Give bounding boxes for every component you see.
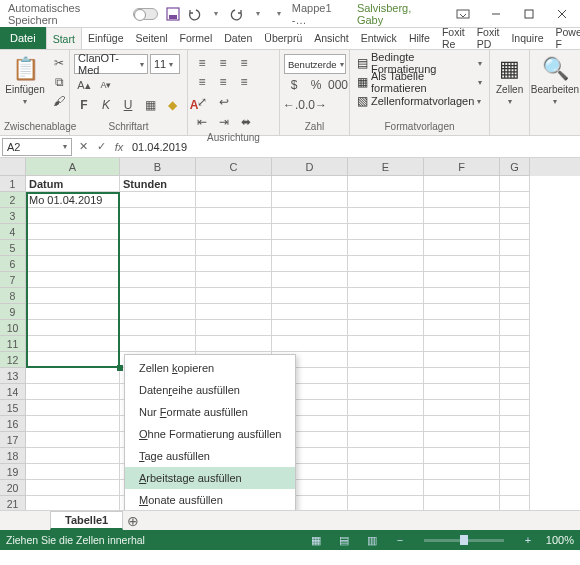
cell[interactable] bbox=[424, 224, 500, 240]
cell[interactable] bbox=[348, 464, 424, 480]
underline-icon[interactable]: U bbox=[118, 96, 138, 114]
row-header[interactable]: 6 bbox=[0, 256, 26, 272]
cell[interactable] bbox=[26, 288, 120, 304]
menu-item[interactable]: Datenreihe ausfüllen bbox=[125, 379, 295, 401]
align-left-icon[interactable]: ≡ bbox=[192, 73, 212, 91]
column-header[interactable]: B bbox=[120, 158, 196, 176]
fx-icon[interactable]: fx bbox=[110, 141, 128, 153]
cell[interactable] bbox=[120, 320, 196, 336]
ribbon-tab-ansicht[interactable]: Ansicht bbox=[308, 27, 354, 49]
align-center-icon[interactable]: ≡ bbox=[213, 73, 233, 91]
cell[interactable] bbox=[424, 256, 500, 272]
cell[interactable] bbox=[272, 288, 348, 304]
fill-color-icon[interactable]: ◆ bbox=[162, 96, 182, 114]
cell[interactable] bbox=[348, 304, 424, 320]
cell[interactable] bbox=[424, 336, 500, 352]
ribbon-tab-power f[interactable]: Power F bbox=[550, 27, 580, 49]
cell[interactable] bbox=[272, 320, 348, 336]
cell[interactable] bbox=[500, 352, 530, 368]
cell[interactable] bbox=[500, 384, 530, 400]
cell[interactable] bbox=[500, 400, 530, 416]
row-header[interactable]: 4 bbox=[0, 224, 26, 240]
cell[interactable] bbox=[26, 224, 120, 240]
ribbon-tab-entwick[interactable]: Entwick bbox=[355, 27, 403, 49]
ribbon-options-icon[interactable] bbox=[449, 0, 478, 28]
autosave-toggle[interactable] bbox=[133, 8, 158, 20]
paste-button[interactable]: 📋 Einfügen ▾ bbox=[4, 54, 46, 108]
cell[interactable] bbox=[26, 240, 120, 256]
cell[interactable] bbox=[272, 272, 348, 288]
window-user[interactable]: Salvisberg, Gaby bbox=[357, 2, 437, 26]
cell[interactable] bbox=[196, 336, 272, 352]
row-header[interactable]: 17 bbox=[0, 432, 26, 448]
add-sheet-button[interactable]: ⊕ bbox=[123, 513, 143, 529]
cell[interactable] bbox=[424, 368, 500, 384]
close-button[interactable] bbox=[547, 0, 576, 28]
ribbon-tab-hilfe[interactable]: Hilfe bbox=[403, 27, 436, 49]
italic-icon[interactable]: K bbox=[96, 96, 116, 114]
row-header[interactable]: 20 bbox=[0, 480, 26, 496]
cell[interactable] bbox=[348, 496, 424, 510]
cell[interactable] bbox=[348, 240, 424, 256]
cell[interactable]: Datum bbox=[26, 176, 120, 192]
menu-item[interactable]: Nur Formate ausfüllen bbox=[125, 401, 295, 423]
undo-dropdown-icon[interactable]: ▾ bbox=[207, 5, 224, 23]
menu-item[interactable]: Arbeitstage ausfüllen bbox=[125, 467, 295, 489]
minimize-button[interactable] bbox=[482, 0, 511, 28]
comma-icon[interactable]: 000 bbox=[328, 76, 348, 94]
cell[interactable] bbox=[500, 240, 530, 256]
name-box[interactable]: A2▾ bbox=[2, 138, 72, 156]
cell[interactable] bbox=[424, 416, 500, 432]
ribbon-tab-inquire[interactable]: Inquire bbox=[505, 27, 549, 49]
cell[interactable] bbox=[500, 480, 530, 496]
cell[interactable] bbox=[348, 272, 424, 288]
column-header[interactable]: A bbox=[26, 158, 120, 176]
cell[interactable] bbox=[26, 448, 120, 464]
redo-icon[interactable] bbox=[228, 5, 245, 23]
cell[interactable] bbox=[196, 224, 272, 240]
ribbon-tab-seitenl[interactable]: Seitenl bbox=[130, 27, 174, 49]
align-bottom-icon[interactable]: ≡ bbox=[234, 54, 254, 72]
cell[interactable] bbox=[500, 304, 530, 320]
row-header[interactable]: 16 bbox=[0, 416, 26, 432]
cell[interactable] bbox=[26, 336, 120, 352]
cell[interactable] bbox=[120, 224, 196, 240]
percent-icon[interactable]: % bbox=[306, 76, 326, 94]
cell[interactable] bbox=[272, 224, 348, 240]
page-break-view-icon[interactable]: ▥ bbox=[362, 532, 382, 548]
cell[interactable] bbox=[424, 496, 500, 510]
cell[interactable] bbox=[348, 368, 424, 384]
cell[interactable] bbox=[348, 336, 424, 352]
zoom-level[interactable]: 100% bbox=[546, 534, 574, 546]
column-header[interactable]: F bbox=[424, 158, 500, 176]
undo-icon[interactable] bbox=[186, 5, 203, 23]
bold-icon[interactable]: F bbox=[74, 96, 94, 114]
cell[interactable] bbox=[120, 240, 196, 256]
number-format-select[interactable]: Benutzerde▾ bbox=[284, 54, 346, 74]
cell[interactable]: Stunden bbox=[120, 176, 196, 192]
ribbon-tab-foxit pd[interactable]: Foxit PD bbox=[471, 27, 506, 49]
cell[interactable] bbox=[424, 272, 500, 288]
cell[interactable] bbox=[26, 304, 120, 320]
cells-button[interactable]: ▦Zellen▾ bbox=[494, 54, 525, 108]
row-header[interactable]: 19 bbox=[0, 464, 26, 480]
ribbon-tab-foxit re[interactable]: Foxit Re bbox=[436, 27, 471, 49]
ribbon-tab-überprü[interactable]: Überprü bbox=[258, 27, 308, 49]
zoom-slider[interactable] bbox=[424, 539, 504, 542]
column-header[interactable]: C bbox=[196, 158, 272, 176]
cell[interactable] bbox=[500, 416, 530, 432]
currency-icon[interactable]: $ bbox=[284, 76, 304, 94]
cell[interactable] bbox=[424, 288, 500, 304]
select-all-corner[interactable] bbox=[0, 158, 26, 176]
cell[interactable] bbox=[500, 256, 530, 272]
cell[interactable] bbox=[120, 336, 196, 352]
cell[interactable] bbox=[26, 352, 120, 368]
cell[interactable] bbox=[424, 352, 500, 368]
cell[interactable] bbox=[348, 224, 424, 240]
cell[interactable] bbox=[348, 448, 424, 464]
row-header[interactable]: 15 bbox=[0, 400, 26, 416]
cell[interactable] bbox=[26, 400, 120, 416]
cell[interactable] bbox=[424, 384, 500, 400]
cell[interactable] bbox=[348, 384, 424, 400]
row-header[interactable]: 14 bbox=[0, 384, 26, 400]
